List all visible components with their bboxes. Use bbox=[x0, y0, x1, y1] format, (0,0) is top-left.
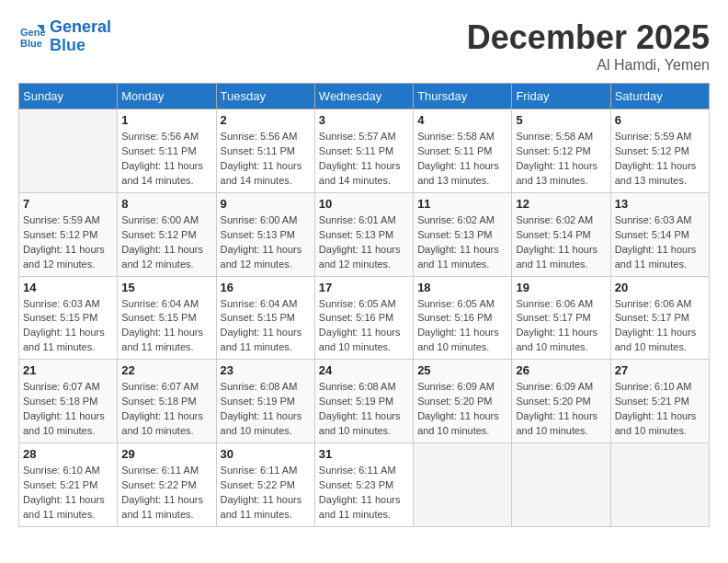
day-header-wednesday: Wednesday bbox=[314, 84, 413, 109]
day-info: Sunrise: 5:59 AMSunset: 5:12 PMDaylight:… bbox=[23, 213, 113, 272]
day-info: Sunrise: 5:57 AMSunset: 5:11 PMDaylight:… bbox=[319, 130, 409, 189]
day-info: Sunrise: 6:03 AMSunset: 5:15 PMDaylight:… bbox=[23, 297, 113, 356]
day-info: Sunrise: 6:07 AMSunset: 5:18 PMDaylight:… bbox=[121, 380, 211, 439]
calendar-cell: 16Sunrise: 6:04 AMSunset: 5:15 PMDayligh… bbox=[216, 276, 314, 360]
calendar-cell: 25Sunrise: 6:09 AMSunset: 5:20 PMDayligh… bbox=[414, 360, 512, 443]
logo-icon: General Blue bbox=[18, 23, 46, 51]
calendar-cell bbox=[512, 443, 610, 527]
day-info: Sunrise: 5:58 AMSunset: 5:12 PMDaylight:… bbox=[516, 130, 606, 189]
logo-line2: Blue bbox=[50, 36, 85, 54]
day-number: 9 bbox=[221, 197, 311, 211]
day-number: 30 bbox=[221, 447, 311, 461]
calendar-cell: 30Sunrise: 6:11 AMSunset: 5:22 PMDayligh… bbox=[216, 443, 314, 527]
day-info: Sunrise: 6:11 AMSunset: 5:22 PMDaylight:… bbox=[221, 464, 311, 523]
calendar-cell: 10Sunrise: 6:01 AMSunset: 5:13 PMDayligh… bbox=[314, 192, 413, 276]
day-info: Sunrise: 6:02 AMSunset: 5:14 PMDaylight:… bbox=[516, 213, 606, 272]
day-number: 1 bbox=[121, 113, 211, 127]
calendar-cell: 9Sunrise: 6:00 AMSunset: 5:13 PMDaylight… bbox=[216, 192, 314, 276]
logo: General Blue General Blue bbox=[18, 18, 111, 55]
day-number: 13 bbox=[615, 197, 705, 211]
day-number: 15 bbox=[121, 281, 211, 294]
day-number: 5 bbox=[516, 113, 606, 127]
day-info: Sunrise: 5:58 AMSunset: 5:11 PMDaylight:… bbox=[417, 130, 507, 189]
calendar-cell bbox=[19, 109, 118, 193]
day-info: Sunrise: 6:10 AMSunset: 5:21 PMDaylight:… bbox=[615, 380, 705, 439]
calendar-cell: 8Sunrise: 6:00 AMSunset: 5:12 PMDaylight… bbox=[118, 192, 216, 276]
calendar-cell: 26Sunrise: 6:09 AMSunset: 5:20 PMDayligh… bbox=[512, 360, 610, 443]
calendar-cell: 12Sunrise: 6:02 AMSunset: 5:14 PMDayligh… bbox=[512, 192, 610, 276]
calendar-cell: 24Sunrise: 6:08 AMSunset: 5:19 PMDayligh… bbox=[314, 360, 413, 443]
day-number: 3 bbox=[319, 113, 409, 127]
day-number: 8 bbox=[121, 197, 211, 211]
calendar-cell: 23Sunrise: 6:08 AMSunset: 5:19 PMDayligh… bbox=[216, 360, 314, 443]
calendar-cell: 15Sunrise: 6:04 AMSunset: 5:15 PMDayligh… bbox=[118, 276, 216, 360]
day-info: Sunrise: 6:09 AMSunset: 5:20 PMDaylight:… bbox=[417, 380, 507, 439]
day-header-monday: Monday bbox=[118, 84, 216, 109]
day-number: 24 bbox=[319, 363, 409, 377]
day-number: 23 bbox=[221, 363, 311, 377]
day-number: 11 bbox=[417, 197, 507, 211]
month-title: December 2025 bbox=[467, 18, 710, 57]
day-info: Sunrise: 6:07 AMSunset: 5:18 PMDaylight:… bbox=[23, 380, 113, 439]
day-info: Sunrise: 6:06 AMSunset: 5:17 PMDaylight:… bbox=[516, 297, 606, 356]
calendar-cell: 13Sunrise: 6:03 AMSunset: 5:14 PMDayligh… bbox=[610, 192, 709, 276]
calendar-cell: 1Sunrise: 5:56 AMSunset: 5:11 PMDaylight… bbox=[118, 109, 216, 193]
day-info: Sunrise: 6:02 AMSunset: 5:13 PMDaylight:… bbox=[417, 213, 507, 272]
calendar-cell: 7Sunrise: 5:59 AMSunset: 5:12 PMDaylight… bbox=[19, 192, 118, 276]
day-info: Sunrise: 6:11 AMSunset: 5:22 PMDaylight:… bbox=[121, 464, 211, 523]
calendar-cell: 3Sunrise: 5:57 AMSunset: 5:11 PMDaylight… bbox=[314, 109, 413, 193]
day-header-friday: Friday bbox=[512, 84, 610, 109]
calendar-week-row: 21Sunrise: 6:07 AMSunset: 5:18 PMDayligh… bbox=[19, 360, 710, 443]
day-number: 6 bbox=[615, 113, 705, 127]
logo-line1: General bbox=[50, 17, 111, 36]
day-number: 25 bbox=[417, 363, 507, 377]
day-info: Sunrise: 6:03 AMSunset: 5:14 PMDaylight:… bbox=[615, 213, 705, 272]
calendar-cell: 22Sunrise: 6:07 AMSunset: 5:18 PMDayligh… bbox=[118, 360, 216, 443]
day-number: 22 bbox=[121, 363, 211, 377]
day-number: 12 bbox=[516, 197, 606, 211]
day-info: Sunrise: 6:04 AMSunset: 5:15 PMDaylight:… bbox=[121, 297, 211, 356]
svg-text:Blue: Blue bbox=[20, 38, 42, 49]
day-number: 4 bbox=[417, 113, 507, 127]
day-info: Sunrise: 6:11 AMSunset: 5:23 PMDaylight:… bbox=[319, 464, 409, 523]
calendar-cell: 31Sunrise: 6:11 AMSunset: 5:23 PMDayligh… bbox=[314, 443, 413, 527]
calendar-table: SundayMondayTuesdayWednesdayThursdayFrid… bbox=[18, 83, 710, 527]
day-header-tuesday: Tuesday bbox=[216, 84, 314, 109]
day-info: Sunrise: 5:56 AMSunset: 5:11 PMDaylight:… bbox=[121, 130, 211, 189]
day-info: Sunrise: 6:00 AMSunset: 5:12 PMDaylight:… bbox=[121, 213, 211, 272]
day-number: 29 bbox=[121, 447, 211, 461]
day-info: Sunrise: 6:06 AMSunset: 5:17 PMDaylight:… bbox=[615, 297, 705, 356]
day-number: 31 bbox=[319, 447, 409, 461]
calendar-cell: 11Sunrise: 6:02 AMSunset: 5:13 PMDayligh… bbox=[414, 192, 512, 276]
calendar-cell: 20Sunrise: 6:06 AMSunset: 5:17 PMDayligh… bbox=[610, 276, 709, 360]
day-info: Sunrise: 6:04 AMSunset: 5:15 PMDaylight:… bbox=[221, 297, 311, 356]
day-number: 20 bbox=[615, 281, 705, 294]
day-number: 17 bbox=[319, 281, 409, 294]
day-info: Sunrise: 6:10 AMSunset: 5:21 PMDaylight:… bbox=[23, 464, 113, 523]
calendar-cell: 29Sunrise: 6:11 AMSunset: 5:22 PMDayligh… bbox=[118, 443, 216, 527]
day-number: 21 bbox=[23, 363, 113, 377]
calendar-cell: 28Sunrise: 6:10 AMSunset: 5:21 PMDayligh… bbox=[19, 443, 118, 527]
day-number: 10 bbox=[319, 197, 409, 211]
day-info: Sunrise: 5:59 AMSunset: 5:12 PMDaylight:… bbox=[615, 130, 705, 189]
day-number: 28 bbox=[23, 447, 113, 461]
calendar-week-row: 7Sunrise: 5:59 AMSunset: 5:12 PMDaylight… bbox=[19, 192, 710, 276]
calendar-header-row: SundayMondayTuesdayWednesdayThursdayFrid… bbox=[19, 84, 710, 109]
location-title: Al Hamdi, Yemen bbox=[467, 57, 710, 74]
calendar-cell bbox=[610, 443, 709, 527]
day-number: 27 bbox=[615, 363, 705, 377]
day-info: Sunrise: 6:05 AMSunset: 5:16 PMDaylight:… bbox=[417, 297, 507, 356]
calendar-cell: 27Sunrise: 6:10 AMSunset: 5:21 PMDayligh… bbox=[610, 360, 709, 443]
day-info: Sunrise: 6:08 AMSunset: 5:19 PMDaylight:… bbox=[319, 380, 409, 439]
calendar-cell: 4Sunrise: 5:58 AMSunset: 5:11 PMDaylight… bbox=[414, 109, 512, 193]
day-number: 2 bbox=[221, 113, 311, 127]
day-info: Sunrise: 5:56 AMSunset: 5:11 PMDaylight:… bbox=[221, 130, 311, 189]
calendar-cell: 14Sunrise: 6:03 AMSunset: 5:15 PMDayligh… bbox=[19, 276, 118, 360]
calendar-cell: 18Sunrise: 6:05 AMSunset: 5:16 PMDayligh… bbox=[414, 276, 512, 360]
calendar-week-row: 1Sunrise: 5:56 AMSunset: 5:11 PMDaylight… bbox=[19, 109, 710, 193]
day-info: Sunrise: 6:08 AMSunset: 5:19 PMDaylight:… bbox=[221, 380, 311, 439]
day-info: Sunrise: 6:01 AMSunset: 5:13 PMDaylight:… bbox=[319, 213, 409, 272]
day-number: 18 bbox=[417, 281, 507, 294]
calendar-cell: 21Sunrise: 6:07 AMSunset: 5:18 PMDayligh… bbox=[19, 360, 118, 443]
day-header-sunday: Sunday bbox=[19, 84, 118, 109]
